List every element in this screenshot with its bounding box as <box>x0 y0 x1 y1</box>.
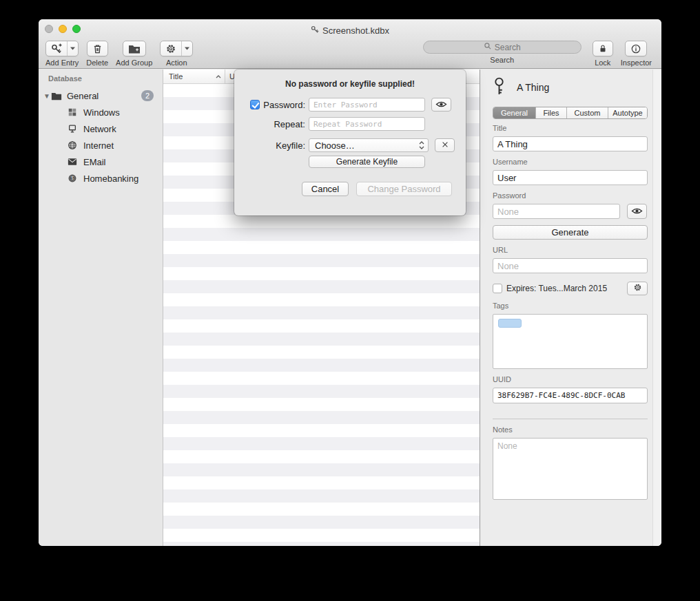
inspector-panel: A Thing General Files Custom Autotype Ti… <box>480 70 661 546</box>
url-field[interactable] <box>493 258 648 273</box>
monitor-icon <box>67 123 78 134</box>
password-field-label: Password <box>493 191 647 200</box>
up-down-chevrons-icon <box>419 140 424 150</box>
add-entry-dropdown-icon[interactable] <box>67 41 78 56</box>
uuid-field[interactable] <box>493 388 648 403</box>
group-count-badge: 2 <box>141 90 154 101</box>
uuid-field-label: UUID <box>493 375 647 384</box>
inspector-label: Inspector <box>621 59 652 67</box>
lock-button[interactable] <box>593 41 613 56</box>
generate-keyfile-button[interactable]: Generate Keyfile <box>309 156 425 168</box>
inspector-tabs: General Files Custom Autotype <box>493 107 648 119</box>
titlebar[interactable]: Screenshot.kdbx <box>39 19 661 37</box>
dialog-password-label: Password: <box>263 100 305 110</box>
sidebar-item-homebanking[interactable]: $ Homebanking <box>39 170 163 187</box>
tab-custom[interactable]: Custom <box>567 107 608 118</box>
tags-field[interactable] <box>493 314 648 369</box>
tag-chip[interactable] <box>498 319 522 328</box>
cancel-button[interactable]: Cancel <box>302 182 349 196</box>
reveal-password-button[interactable] <box>627 204 647 219</box>
toolbar-inspector: Inspector <box>621 41 652 67</box>
expires-row: Expires: Tues...March 2015 <box>493 282 648 295</box>
dialog-keyfile-label: Keyfile: <box>276 140 305 151</box>
svg-text:$: $ <box>71 176 74 180</box>
toolbar-add-entry: Add Entry <box>45 41 79 67</box>
expires-settings-button[interactable] <box>627 282 648 295</box>
delete-button[interactable] <box>87 41 108 56</box>
toolbar-right-group: Search Search Lock <box>423 41 653 67</box>
dialog-keyfile-row: Keyfile: Choose… <box>249 138 466 152</box>
entry-header: A Thing <box>493 77 647 98</box>
dialog-buttons: Cancel Change Password <box>302 182 466 196</box>
key-plus-icon <box>46 41 67 56</box>
add-entry-label: Add Entry <box>45 59 79 67</box>
search-input[interactable]: Search <box>423 41 581 54</box>
zoom-button[interactable] <box>72 25 81 33</box>
dialog-reveal-password-button[interactable] <box>431 98 451 112</box>
sort-ascending-icon <box>216 75 221 78</box>
dialog-repeat-input[interactable] <box>309 117 425 131</box>
windows-grid-icon <box>67 107 78 118</box>
dialog-password-row: Password: <box>249 98 466 112</box>
eye-icon <box>435 98 447 111</box>
tab-autotype[interactable]: Autotype <box>608 107 647 118</box>
password-enabled-checkbox[interactable] <box>250 100 260 109</box>
eye-icon <box>631 205 643 218</box>
envelope-icon <box>67 156 78 167</box>
trash-icon <box>88 41 107 56</box>
window-title: Screenshot.kdbx <box>39 19 661 37</box>
search-label: Search <box>490 56 514 64</box>
folder-plus-icon <box>123 41 145 56</box>
title-field[interactable] <box>493 136 648 151</box>
toolbar: Add Entry Delete Add Group <box>39 37 661 69</box>
username-field[interactable] <box>493 170 648 185</box>
window-title-text: Screenshot.kdbx <box>322 25 389 36</box>
inspector-button[interactable] <box>625 41 647 56</box>
expires-checkbox[interactable] <box>493 284 502 293</box>
column-header-username[interactable]: U <box>225 72 235 81</box>
toolbar-lock: Lock <box>593 41 613 67</box>
clear-keyfile-button[interactable] <box>435 138 455 152</box>
sidebar-item-general[interactable]: ▼ General 2 <box>39 87 163 104</box>
traffic-lights <box>45 25 81 33</box>
sidebar-item-email[interactable]: EMail <box>39 154 163 170</box>
delete-label: Delete <box>86 59 108 67</box>
tab-general[interactable]: General <box>493 107 536 118</box>
add-group-button[interactable] <box>123 41 146 56</box>
sidebar: Database ▼ General 2 Windows Network <box>39 70 163 546</box>
dialog-password-input[interactable] <box>309 98 425 112</box>
disclosure-triangle-icon[interactable]: ▼ <box>39 92 51 100</box>
change-password-button[interactable]: Change Password <box>356 182 452 196</box>
entry-title-text: A Thing <box>517 82 549 93</box>
sidebar-item-windows[interactable]: Windows <box>39 104 163 120</box>
sidebar-item-label: Homebanking <box>83 173 138 184</box>
info-circle-icon <box>626 41 646 56</box>
globe-icon <box>67 140 78 151</box>
add-entry-button[interactable] <box>45 41 79 56</box>
sidebar-item-network[interactable]: Network <box>39 120 163 137</box>
notes-field-label: Notes <box>493 425 647 434</box>
sidebar-item-label: Windows <box>83 107 120 118</box>
password-field[interactable] <box>493 204 620 219</box>
notes-field[interactable] <box>493 438 648 500</box>
close-button[interactable] <box>45 25 53 33</box>
change-password-dialog: No password or keyfile supplied! Passwor… <box>234 70 466 215</box>
generate-password-button[interactable]: Generate <box>493 225 648 240</box>
gear-icon <box>633 282 642 295</box>
expires-label: Expires: Tues...March 2015 <box>506 284 607 293</box>
app-window: Screenshot.kdbx Add Entry <box>39 19 661 546</box>
toolbar-search: Search Search <box>423 41 581 64</box>
tab-files[interactable]: Files <box>536 107 567 118</box>
action-dropdown-icon[interactable] <box>181 41 192 56</box>
column-header-title[interactable]: Title <box>163 70 225 83</box>
sidebar-item-internet[interactable]: Internet <box>39 137 163 154</box>
add-group-label: Add Group <box>116 59 152 67</box>
inspector-scrollbar[interactable] <box>652 70 661 546</box>
keyfile-popup-button[interactable]: Choose… <box>309 138 429 152</box>
search-placeholder: Search <box>495 43 521 52</box>
inspector-divider <box>493 419 648 419</box>
gear-icon <box>161 41 181 56</box>
keyfile-popup-value: Choose… <box>315 140 355 151</box>
minimize-button[interactable] <box>59 25 67 33</box>
action-button[interactable] <box>160 41 193 56</box>
